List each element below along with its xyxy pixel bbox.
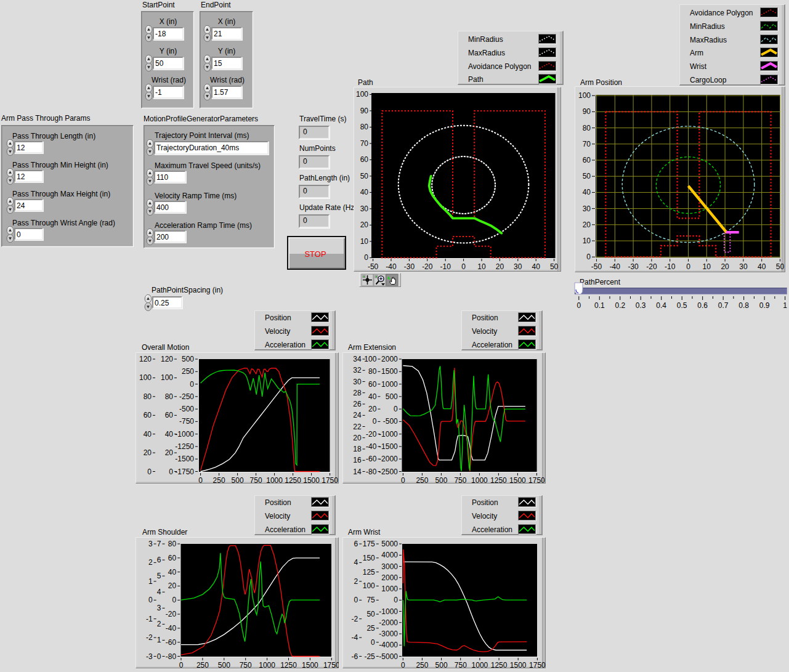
svg-text:2: 2 — [148, 558, 153, 567]
svg-text:1750: 1750 — [528, 476, 545, 484]
svg-text:40: 40 — [532, 262, 541, 271]
svg-text:20: 20 — [168, 581, 177, 590]
svg-text:0: 0 — [586, 253, 591, 261]
svg-text:1000: 1000 — [472, 661, 488, 668]
svg-text:4: 4 — [157, 588, 161, 596]
svg-text:-10: -10 — [665, 262, 676, 271]
svg-text:0: 0 — [354, 596, 358, 604]
svg-text:90: 90 — [360, 107, 369, 115]
svg-text:-1000: -1000 — [379, 607, 398, 616]
svg-text:18: 18 — [353, 445, 362, 453]
svg-text:750: 750 — [250, 476, 262, 484]
svg-text:20: 20 — [721, 262, 729, 271]
svg-text:10: 10 — [583, 237, 591, 245]
svg-text:30: 30 — [353, 378, 362, 386]
svg-text:250: 250 — [213, 476, 225, 484]
svg-text:80: 80 — [583, 124, 591, 132]
svg-text:-1750: -1750 — [175, 468, 194, 476]
svg-text:0: 0 — [401, 476, 405, 484]
svg-text:-3000: -3000 — [379, 629, 398, 638]
svg-text:50: 50 — [583, 172, 591, 180]
svg-text:50: 50 — [776, 262, 785, 271]
svg-text:50: 50 — [360, 172, 369, 180]
svg-text:40: 40 — [360, 188, 369, 196]
svg-text:1: 1 — [157, 636, 161, 644]
svg-text:30: 30 — [360, 204, 369, 213]
svg-text:3: 3 — [148, 540, 153, 548]
svg-text:6: 6 — [354, 540, 358, 548]
svg-text:1000: 1000 — [381, 380, 398, 389]
svg-text:-2: -2 — [352, 615, 358, 623]
svg-text:-80: -80 — [166, 652, 177, 661]
svg-text:14: 14 — [353, 468, 362, 476]
svg-text:0: 0 — [394, 596, 398, 604]
svg-text:0.2: 0.2 — [615, 301, 625, 310]
svg-text:0.5: 0.5 — [677, 301, 687, 310]
svg-text:6: 6 — [157, 556, 161, 564]
svg-text:1500: 1500 — [509, 476, 526, 484]
svg-text:70: 70 — [583, 140, 591, 148]
svg-text:-20: -20 — [646, 262, 657, 271]
svg-text:1000: 1000 — [381, 585, 398, 593]
svg-text:30: 30 — [739, 262, 748, 271]
svg-text:750: 750 — [240, 661, 252, 668]
svg-text:40: 40 — [165, 430, 174, 439]
svg-text:120: 120 — [139, 355, 152, 363]
svg-text:1: 1 — [783, 301, 787, 310]
svg-text:0: 0 — [394, 405, 398, 413]
svg-text:1: 1 — [148, 577, 153, 586]
svg-text:4: 4 — [354, 558, 358, 567]
svg-text:-250: -250 — [179, 392, 194, 401]
svg-text:3: 3 — [157, 604, 161, 612]
svg-text:80: 80 — [368, 367, 377, 376]
svg-text:80: 80 — [144, 392, 152, 401]
svg-text:2: 2 — [157, 620, 161, 628]
svg-text:-60: -60 — [166, 638, 177, 647]
svg-text:24: 24 — [353, 411, 362, 419]
svg-text:0: 0 — [461, 262, 466, 271]
svg-text:-1: -1 — [146, 615, 153, 623]
svg-text:0: 0 — [169, 468, 173, 476]
svg-text:60: 60 — [583, 156, 591, 164]
svg-text:100: 100 — [161, 373, 173, 382]
svg-text:-50: -50 — [368, 262, 379, 271]
svg-text:-3: -3 — [146, 652, 153, 661]
svg-text:-40: -40 — [166, 624, 177, 633]
svg-text:40: 40 — [368, 392, 377, 401]
svg-text:34: 34 — [353, 355, 362, 363]
svg-text:120: 120 — [161, 355, 173, 363]
svg-text:1250: 1250 — [285, 476, 301, 484]
svg-text:0: 0 — [686, 262, 690, 271]
svg-text:500: 500 — [435, 476, 447, 484]
svg-text:0: 0 — [401, 661, 405, 668]
svg-text:-20: -20 — [366, 430, 377, 439]
svg-text:100: 100 — [363, 581, 375, 590]
svg-text:70: 70 — [360, 139, 369, 148]
svg-text:175: 175 — [363, 540, 375, 548]
svg-text:250: 250 — [416, 476, 428, 484]
svg-text:25: 25 — [366, 624, 375, 633]
svg-text:0.7: 0.7 — [718, 301, 729, 310]
svg-text:-1500: -1500 — [379, 442, 398, 451]
svg-text:1000: 1000 — [259, 661, 275, 668]
svg-text:0.8: 0.8 — [738, 301, 749, 310]
svg-text:40: 40 — [583, 188, 591, 196]
svg-text:40: 40 — [144, 430, 152, 439]
svg-text:1500: 1500 — [303, 476, 320, 484]
svg-text:0: 0 — [179, 661, 184, 668]
svg-text:80: 80 — [360, 123, 369, 131]
svg-text:-2500: -2500 — [379, 468, 398, 476]
svg-text:-1250: -1250 — [175, 442, 194, 451]
svg-text:0: 0 — [373, 417, 377, 426]
svg-text:20: 20 — [368, 405, 377, 413]
svg-text:-1500: -1500 — [175, 455, 194, 463]
svg-text:30: 30 — [514, 262, 522, 271]
svg-text:500: 500 — [386, 392, 398, 401]
svg-text:20: 20 — [583, 221, 591, 229]
svg-text:26: 26 — [353, 400, 362, 408]
svg-text:1500: 1500 — [302, 661, 318, 668]
svg-text:-80: -80 — [366, 468, 377, 476]
svg-text:-40: -40 — [366, 442, 377, 451]
svg-text:0: 0 — [364, 253, 368, 262]
svg-text:32: 32 — [353, 366, 362, 374]
